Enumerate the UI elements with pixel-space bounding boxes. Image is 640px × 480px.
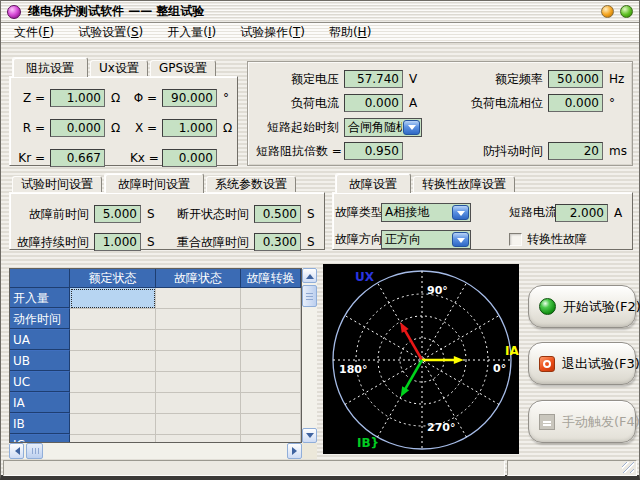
rated-voltage-label: 额定电压 xyxy=(256,71,344,88)
vertical-scrollbar[interactable] xyxy=(302,268,317,443)
tab-fault-settings[interactable]: 故障设置 xyxy=(335,173,411,193)
rated-voltage-field[interactable] xyxy=(344,70,403,88)
table-cell[interactable] xyxy=(241,393,301,414)
table-cell[interactable] xyxy=(241,372,301,393)
fault-direction-dropdown[interactable]: 正方向 xyxy=(381,230,471,249)
table-cell[interactable] xyxy=(156,288,241,309)
table-cell[interactable] xyxy=(241,309,301,330)
table-cell[interactable] xyxy=(156,414,241,435)
table-cell[interactable] xyxy=(70,351,156,372)
status-panel-right xyxy=(507,460,637,476)
column-header-fault-convert: 故障转换 xyxy=(241,269,301,288)
reclose-fault-time-field[interactable] xyxy=(254,233,301,251)
debounce-label: 防抖动时间 xyxy=(432,143,548,160)
table-cell[interactable] xyxy=(156,372,241,393)
resize-grip[interactable] xyxy=(622,462,634,473)
table-cell-selected[interactable] xyxy=(70,288,156,309)
table-cell[interactable] xyxy=(70,330,156,351)
table-cell[interactable] xyxy=(241,351,301,372)
fault-type-dropdown[interactable]: A相接地 xyxy=(381,203,471,222)
window-controls xyxy=(601,5,633,18)
kx-field[interactable] xyxy=(162,149,217,167)
z-field[interactable] xyxy=(50,89,105,107)
exit-test-button[interactable]: 退出试验(F3) xyxy=(528,342,636,385)
load-current-field[interactable] xyxy=(344,94,403,112)
menu-test-settings[interactable]: 试验设置(S) xyxy=(69,22,152,43)
menu-help[interactable]: 帮助(H) xyxy=(320,22,380,43)
chevron-down-icon[interactable] xyxy=(452,205,469,220)
table-cell[interactable] xyxy=(241,330,301,351)
close-button[interactable] xyxy=(620,5,633,18)
table-cell[interactable] xyxy=(241,414,301,435)
phi-field[interactable] xyxy=(162,89,217,107)
rated-frequency-field[interactable] xyxy=(548,70,603,88)
short-start-dropdown[interactable]: 合闸角随机 xyxy=(344,118,422,137)
table-cell[interactable] xyxy=(241,435,301,443)
fault-duration-field[interactable] xyxy=(94,233,141,251)
phasor-label-180: 180° xyxy=(339,363,367,376)
table-cell[interactable] xyxy=(70,309,156,330)
scroll-up-button[interactable] xyxy=(302,268,317,283)
load-phase-label: 负荷电流相位 xyxy=(432,95,548,112)
x-field[interactable] xyxy=(162,119,217,137)
tab-test-time-settings[interactable]: 试验时间设置 xyxy=(12,176,102,192)
fault-duration-label: 故障持续时间 xyxy=(16,234,94,251)
table-cell[interactable] xyxy=(156,393,241,414)
table-cell[interactable] xyxy=(70,414,156,435)
fault-direction-label: 故障方向 xyxy=(335,231,381,248)
chevron-down-icon[interactable] xyxy=(403,120,420,135)
menu-binary-input[interactable]: 开入量(I) xyxy=(158,22,225,43)
convert-fault-checkbox[interactable] xyxy=(509,233,522,246)
impedance-factor-field[interactable] xyxy=(344,142,403,160)
phasor-label-0: 0° xyxy=(493,362,506,375)
debounce-field[interactable] xyxy=(548,142,603,160)
chevron-down-icon[interactable] xyxy=(452,232,469,247)
start-test-button[interactable]: 开始试验(F2) xyxy=(528,285,636,328)
table-cell[interactable] xyxy=(70,372,156,393)
table-cell[interactable] xyxy=(156,330,241,351)
table-cell[interactable] xyxy=(70,393,156,414)
tab-fault-time-settings[interactable]: 故障时间设置 xyxy=(104,173,204,193)
menu-test-operation[interactable]: 试验操作(T) xyxy=(231,22,314,43)
table-cell[interactable] xyxy=(70,435,156,443)
load-phase-field[interactable] xyxy=(548,94,603,112)
open-state-time-field[interactable] xyxy=(254,205,301,223)
field-label-phi: Φ = xyxy=(130,91,162,105)
manual-trigger-button: 手动触发(F4) xyxy=(528,400,636,443)
scrollbar-corner xyxy=(302,443,317,459)
prefault-time-field[interactable] xyxy=(94,205,141,223)
horizontal-scrollbar[interactable] xyxy=(9,443,302,459)
menu-file[interactable]: 文件(F) xyxy=(5,22,63,43)
table-cell[interactable] xyxy=(156,435,241,443)
scroll-down-button[interactable] xyxy=(302,428,317,443)
field-label-z: Z = xyxy=(16,91,50,105)
phasor-label-90: 90° xyxy=(427,284,448,297)
minimize-button[interactable] xyxy=(601,5,614,18)
tab-convert-fault-settings[interactable]: 转换性故障设置 xyxy=(413,176,515,192)
field-label-x: X = xyxy=(130,121,162,135)
app-icon xyxy=(7,5,21,19)
tab-gps-settings[interactable]: GPS设置 xyxy=(150,60,216,76)
r-field[interactable] xyxy=(50,119,105,137)
phasor-arrow xyxy=(405,360,422,390)
rated-voltage-unit: V xyxy=(406,72,432,86)
kr-field[interactable] xyxy=(50,149,105,167)
fault-settings-panel: 故障设置 转换性故障设置 故障类型 A相接地 短路电流 A 故障方向 正方向 xyxy=(332,173,633,250)
table-row: IA xyxy=(10,393,301,414)
horizontal-scroll-thumb[interactable] xyxy=(26,443,43,459)
scroll-left-button[interactable] xyxy=(9,443,24,459)
impedance-tab-body: Z = Ω Φ = ° R = Ω X = Ω Kr = Kx = xyxy=(9,76,238,166)
tab-ux-settings[interactable]: Ux设置 xyxy=(90,60,148,76)
tab-system-parameter-settings[interactable]: 系统参数设置 xyxy=(206,176,296,192)
table-cell[interactable] xyxy=(156,309,241,330)
table-cell[interactable] xyxy=(241,288,301,309)
vertical-scroll-thumb[interactable] xyxy=(302,285,317,307)
scroll-right-button[interactable] xyxy=(287,443,302,459)
short-current-field[interactable] xyxy=(555,204,608,222)
time-tab-body: 故障前时间 S 断开状态时间 S 故障持续时间 S 重合故障时间 S xyxy=(9,192,325,250)
status-panel-left xyxy=(3,460,505,476)
tab-impedance-settings[interactable]: 阻抗设置 xyxy=(12,57,88,77)
titlebar: 继电保护测试软件 —— 整组试验 xyxy=(1,1,639,23)
table-cell[interactable] xyxy=(156,351,241,372)
table-row: 开入量 xyxy=(10,288,301,309)
